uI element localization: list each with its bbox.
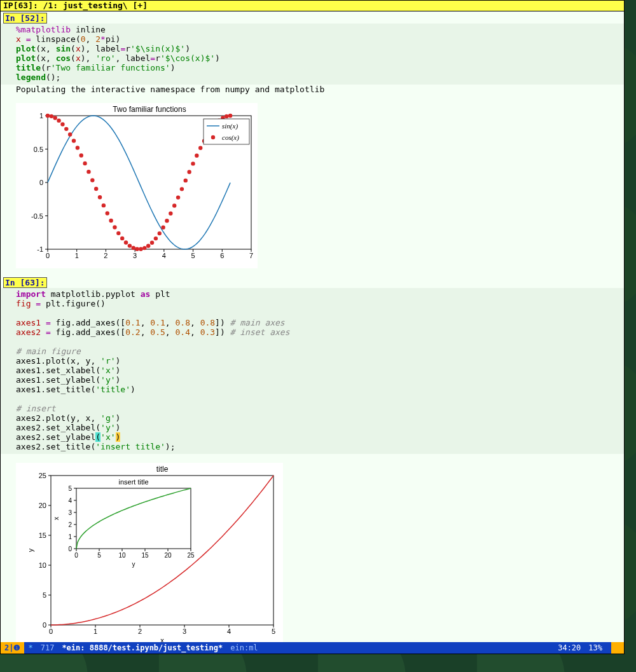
svg-point-40 — [90, 178, 94, 182]
svg-point-58 — [158, 231, 162, 235]
svg-text:5: 5 — [43, 591, 46, 599]
modeline-scroll-pct: 13% — [584, 643, 606, 652]
cell-1: In [52]: %matplotlib inline x = linspace… — [1, 11, 624, 268]
svg-point-41 — [94, 187, 98, 191]
svg-point-37 — [80, 153, 83, 157]
svg-text:cos(x): cos(x) — [222, 134, 239, 142]
svg-text:5: 5 — [68, 485, 72, 492]
plot-2: 0123450510152025titlexy0510152025012345i… — [16, 463, 283, 647]
svg-text:0: 0 — [39, 179, 43, 186]
svg-point-54 — [142, 246, 146, 250]
svg-point-52 — [135, 247, 139, 251]
svg-text:20: 20 — [164, 552, 172, 559]
svg-text:0: 0 — [74, 552, 78, 559]
svg-text:3: 3 — [133, 252, 137, 259]
svg-text:0: 0 — [68, 545, 72, 552]
svg-point-47 — [116, 231, 120, 235]
svg-point-60 — [165, 219, 169, 223]
modeline-endcap — [611, 642, 624, 654]
cell-1-prompt: In [52]: — [3, 13, 47, 24]
svg-text:2: 2 — [104, 252, 107, 259]
svg-point-68 — [195, 154, 198, 158]
svg-point-55 — [146, 244, 150, 248]
svg-text:title: title — [156, 465, 169, 474]
cell-1-code[interactable]: %matplotlib inline x = linspace(0, 2*pi)… — [1, 24, 624, 85]
svg-point-64 — [180, 187, 184, 191]
svg-text:7: 7 — [249, 252, 253, 259]
svg-point-31 — [57, 118, 60, 122]
svg-point-38 — [83, 161, 86, 165]
svg-text:15: 15 — [141, 552, 149, 559]
svg-point-32 — [60, 122, 64, 126]
svg-text:25: 25 — [187, 552, 195, 559]
svg-point-33 — [64, 127, 68, 131]
svg-text:5: 5 — [272, 627, 275, 635]
modeline-buffer-name: *ein: 8888/test.ipynb/just_testing* — [58, 643, 226, 652]
svg-point-42 — [98, 195, 102, 199]
svg-text:1: 1 — [39, 112, 43, 120]
svg-point-76 — [225, 114, 228, 118]
svg-point-45 — [109, 219, 113, 223]
svg-point-34 — [68, 132, 72, 136]
editor-frame: IP[63]: /1: just_testing\ [+] In [52]: %… — [0, 0, 625, 654]
svg-text:4: 4 — [227, 627, 231, 635]
svg-text:1: 1 — [68, 533, 72, 540]
svg-text:y: y — [27, 548, 34, 552]
svg-point-56 — [150, 240, 154, 244]
svg-text:-1: -1 — [37, 245, 43, 253]
svg-text:Two familiar functions: Two familiar functions — [113, 105, 186, 114]
svg-point-53 — [139, 247, 142, 251]
svg-point-62 — [172, 203, 176, 207]
svg-text:5: 5 — [191, 252, 195, 259]
svg-text:5: 5 — [97, 552, 101, 559]
svg-text:20: 20 — [39, 502, 46, 509]
svg-text:10: 10 — [39, 561, 46, 569]
svg-text:4: 4 — [162, 252, 166, 259]
svg-point-29 — [50, 114, 53, 118]
svg-point-44 — [106, 211, 109, 215]
modeline-linecount: 717 — [37, 643, 59, 652]
svg-text:15: 15 — [39, 531, 46, 539]
cell-2-prompt: In [63]: — [3, 277, 47, 288]
svg-point-43 — [102, 203, 106, 207]
svg-text:-0.5: -0.5 — [31, 212, 43, 220]
svg-text:0: 0 — [49, 627, 53, 635]
svg-rect-83 — [51, 476, 273, 625]
svg-text:25: 25 — [39, 472, 46, 479]
svg-point-81 — [211, 135, 215, 139]
svg-point-51 — [132, 246, 135, 250]
modeline-cursor-pos: 34:20 — [554, 643, 584, 652]
svg-text:4: 4 — [68, 497, 72, 504]
svg-point-67 — [191, 161, 195, 165]
svg-text:0: 0 — [43, 621, 46, 629]
svg-point-57 — [154, 237, 158, 240]
svg-point-36 — [76, 146, 80, 149]
modeline-mode: ein:ml — [226, 643, 261, 652]
plot-1: 01234567-1-0.500.51Two familiar function… — [16, 103, 258, 268]
svg-point-46 — [113, 225, 116, 229]
svg-point-63 — [176, 195, 180, 199]
cell-1-output-text: Populating the interactive namespace fro… — [1, 85, 624, 94]
svg-point-35 — [72, 139, 76, 142]
svg-point-39 — [86, 170, 90, 174]
svg-text:1: 1 — [93, 627, 97, 635]
modeline: 2|❶ * 717 *ein: 8888/test.ipynb/just_tes… — [1, 642, 624, 654]
svg-text:10: 10 — [118, 552, 126, 559]
svg-text:x: x — [53, 517, 60, 520]
cell-2: In [63]: import matplotlib.pyplot as plt… — [1, 276, 624, 647]
svg-text:insert title: insert title — [118, 478, 148, 486]
svg-text:y: y — [132, 561, 135, 568]
svg-text:0.5: 0.5 — [34, 146, 43, 153]
cell-2-code[interactable]: import matplotlib.pyplot as plt fig = pl… — [1, 288, 624, 454]
svg-rect-111 — [76, 488, 191, 549]
tab-bar[interactable]: IP[63]: /1: just_testing\ [+] — [1, 1, 624, 11]
svg-point-59 — [161, 226, 165, 230]
svg-point-77 — [228, 114, 232, 118]
svg-point-65 — [184, 179, 188, 182]
svg-point-48 — [120, 237, 124, 240]
svg-text:2: 2 — [68, 521, 72, 528]
svg-point-49 — [124, 240, 128, 244]
svg-point-61 — [169, 212, 172, 216]
svg-text:3: 3 — [183, 627, 186, 635]
svg-point-50 — [128, 243, 132, 247]
